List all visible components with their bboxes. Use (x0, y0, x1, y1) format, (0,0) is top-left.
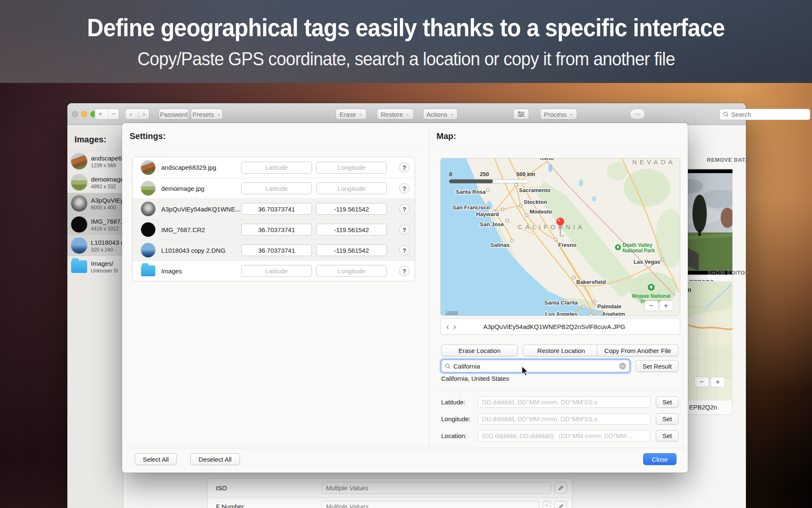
mini-map-zoom-in[interactable]: + (711, 377, 725, 387)
prev-file-button[interactable]: ‹ (444, 322, 451, 332)
longitude-field[interactable] (478, 413, 650, 425)
list-item[interactable]: L1018043 copy 2.DNG 320 x 240 - (67, 235, 123, 256)
chevron-down-icon: ⌄ (405, 111, 410, 117)
svg-text:+: + (664, 302, 668, 310)
list-item[interactable]: Images/ Unknown Si (67, 256, 123, 277)
help-button[interactable]: ? (399, 266, 410, 276)
next-file-button[interactable]: › (451, 322, 458, 332)
table-row[interactable]: L1018043 copy 2.DNG ? (133, 240, 415, 260)
location-search-field[interactable]: ✕ (441, 360, 630, 372)
map-zoom-out[interactable]: − (644, 301, 658, 311)
remove-button[interactable]: − (108, 110, 119, 118)
file-name: andscape68329.jpg (161, 164, 241, 171)
view-options-button[interactable] (513, 109, 529, 120)
longitude-input[interactable] (316, 224, 387, 235)
search-input[interactable] (731, 111, 799, 118)
mini-map-zoom-out[interactable]: − (695, 377, 709, 387)
city-label: Santa Rosa (456, 189, 486, 195)
map-header: Map: (437, 131, 456, 141)
set-location-button[interactable]: Set (656, 430, 679, 441)
close-button[interactable]: Close (643, 453, 676, 465)
longitude-input[interactable] (316, 244, 387, 256)
svg-text:Death Valley: Death Valley (623, 242, 652, 248)
latitude-input[interactable] (241, 265, 312, 277)
fnumber-input[interactable] (326, 503, 535, 508)
location-field[interactable] (478, 430, 650, 441)
legal-link[interactable]: Legal (446, 310, 458, 315)
chevron-down-icon: ⌄ (569, 111, 573, 117)
help-button[interactable]: ? (399, 225, 410, 235)
table-row[interactable]: demoimage.jpg ? (133, 178, 415, 198)
map-zoom-in[interactable]: + (659, 301, 673, 311)
set-longitude-button[interactable]: Set (656, 413, 679, 425)
clear-search-icon[interactable]: ✕ (619, 363, 626, 369)
list-item[interactable]: andscape68329.jpg 1239 x 569 (67, 151, 123, 172)
location-search-input[interactable] (453, 363, 616, 370)
latitude-input[interactable] (241, 224, 312, 235)
image-thumbnail (141, 202, 155, 216)
set-result-button[interactable]: Set Result (636, 360, 679, 372)
more-button[interactable]: ⋯ (630, 109, 645, 120)
back-button[interactable]: ‹ (125, 110, 136, 118)
toolbar-search[interactable] (719, 109, 810, 120)
pencil-icon (558, 485, 564, 491)
actions-dropdown[interactable]: Actions ⌄ (423, 109, 458, 120)
show-editor-label[interactable]: SHOW EDITOR (690, 270, 749, 276)
close-window-button[interactable] (72, 111, 78, 117)
actions-label: Actions (426, 111, 447, 118)
latitude-input[interactable] (241, 162, 312, 174)
password-button[interactable]: Password (159, 109, 189, 120)
erase-location-button[interactable]: Erase Location (441, 345, 518, 356)
state-label: NEVADA (632, 158, 676, 166)
longitude-input[interactable] (316, 203, 387, 215)
table-row[interactable]: IMG_7687.CR2 ? (133, 219, 415, 240)
help-button[interactable]: ? (399, 245, 410, 256)
file-name: IMG_7687.CR2 (161, 226, 241, 233)
fnumber-stepper[interactable]: ⌃ (543, 501, 551, 508)
location-label: Location: (441, 432, 467, 439)
select-all-button[interactable]: Select All (135, 453, 177, 465)
list-item[interactable]: IMG_7687.CR2 4416 x 3312 (67, 214, 123, 235)
forward-button[interactable]: › (138, 110, 149, 118)
iso-field[interactable] (321, 482, 551, 494)
add-button[interactable]: + (95, 110, 106, 118)
help-button[interactable]: ? (399, 204, 410, 214)
longitude-input[interactable] (316, 162, 387, 174)
latitude-input[interactable] (241, 203, 312, 215)
longitude-input[interactable] (316, 265, 387, 277)
longitude-input[interactable] (316, 182, 387, 194)
images-sidebar: Images: andscape68329.jpg 1239 x 569 dem… (67, 126, 123, 508)
latitude-label: Latitude: (441, 398, 466, 406)
iso-input[interactable] (326, 484, 546, 492)
table-row[interactable]: A3pQuViEy54adKQ1WNE... ? (133, 198, 415, 219)
settings-header: Settings: (130, 131, 166, 141)
restore-location-button[interactable]: Restore Location (523, 345, 599, 356)
geotag-sheet: Settings: Map: andscape68329.jpg ? demoi… (122, 123, 688, 473)
search-result[interactable]: California, United States (441, 375, 509, 382)
fnumber-field[interactable] (321, 501, 539, 508)
minimize-window-button[interactable] (81, 111, 87, 117)
list-item[interactable]: A3pQuViEy54adKQ1WNEPB2Q2n 6000 x 400 (67, 193, 123, 214)
copy-from-file-button[interactable]: Copy From Another File (597, 345, 679, 356)
city-label: Modesto (530, 209, 552, 215)
set-latitude-button[interactable]: Set (656, 396, 679, 408)
table-row[interactable]: andscape68329.jpg ? (133, 157, 415, 178)
erase-dropdown[interactable]: Erase ⌄ (335, 109, 367, 120)
latitude-input[interactable] (241, 244, 312, 256)
latitude-field[interactable] (478, 396, 650, 408)
process-dropdown[interactable]: Process ⌄ (540, 109, 577, 120)
help-button[interactable]: ? (399, 162, 410, 173)
presets-dropdown[interactable]: Presets ⌄ (191, 109, 223, 120)
latitude-input[interactable] (241, 182, 312, 194)
file-name: andscape68329.jpg (91, 155, 123, 162)
restore-dropdown[interactable]: Restore ⌄ (377, 109, 414, 120)
table-row[interactable]: Images ? (133, 260, 415, 281)
file-dims: 6000 x 400 (91, 205, 123, 211)
list-item[interactable]: demoimage.jpg 4992 x 332 (67, 172, 123, 193)
remove-data-label[interactable]: REMOVE DATA (690, 157, 749, 163)
map-view[interactable]: 0 250 500 km NEVADA Reno Santa Rosa Sacr… (440, 158, 680, 316)
help-button[interactable]: ? (399, 183, 410, 194)
edit-iso-button[interactable] (554, 482, 567, 494)
deselect-all-button[interactable]: Deselect All (190, 453, 240, 465)
edit-fnumber-button[interactable] (554, 501, 567, 508)
